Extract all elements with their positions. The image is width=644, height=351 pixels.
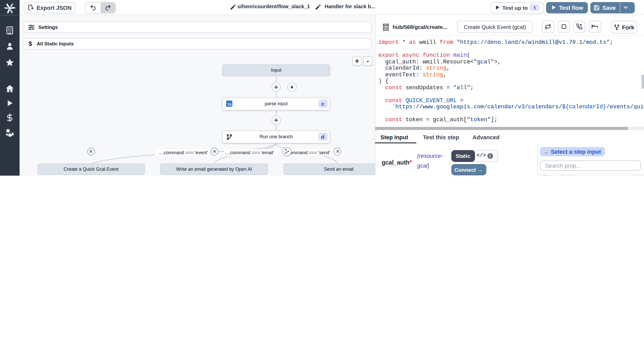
svg-text:31: 31 — [384, 26, 388, 30]
